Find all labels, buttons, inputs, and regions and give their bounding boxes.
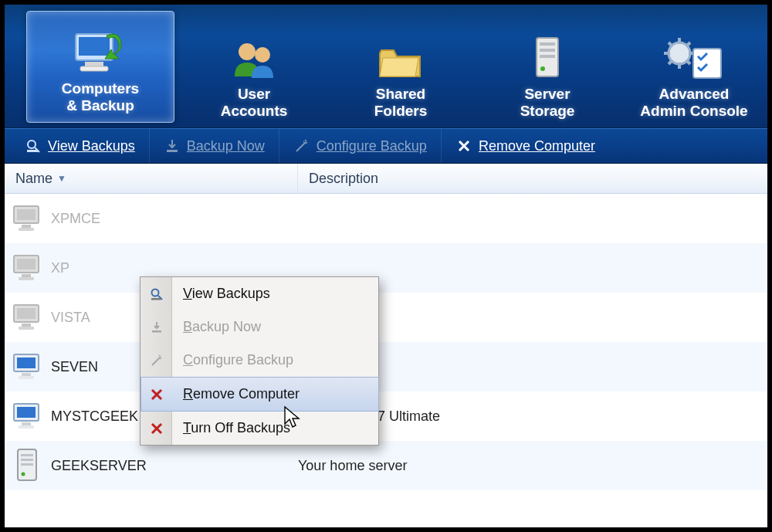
- gear-checklist-icon: [659, 29, 729, 83]
- svg-line-16: [669, 42, 672, 46]
- action-configure-backup: Configure Backup: [279, 129, 441, 163]
- server-icon: [513, 29, 582, 83]
- tab-server-storage[interactable]: Server Storage: [474, 14, 621, 127]
- svg-rect-52: [151, 298, 161, 300]
- svg-rect-2: [85, 62, 103, 66]
- close-icon: [149, 387, 164, 402]
- menu-view-backups[interactable]: View Backups: [172, 277, 378, 310]
- menu-label: Turn Off Backups: [183, 420, 290, 436]
- svg-rect-30: [17, 259, 36, 269]
- tab-label: Folders: [374, 103, 428, 120]
- svg-rect-47: [21, 459, 33, 461]
- svg-rect-48: [21, 463, 33, 466]
- menu-remove-computer[interactable]: Remove Computer: [141, 377, 379, 412]
- svg-rect-3: [80, 66, 108, 71]
- users-icon: [219, 29, 289, 83]
- tab-label: Server: [524, 86, 570, 103]
- svg-rect-36: [19, 327, 34, 330]
- svg-point-10: [540, 66, 545, 71]
- svg-rect-7: [540, 42, 555, 46]
- action-backup-now: Backup Now: [149, 129, 279, 163]
- tab-shared-folders[interactable]: Shared Folders: [327, 14, 474, 127]
- monitor-on-icon: [5, 351, 51, 382]
- svg-rect-34: [17, 308, 36, 319]
- svg-rect-8: [540, 49, 555, 52]
- action-label: Configure Backup: [317, 138, 427, 154]
- action-view-backups[interactable]: View Backups: [11, 129, 149, 163]
- monitor-off-icon: [5, 252, 51, 283]
- svg-rect-31: [22, 274, 31, 277]
- tab-label: Computers: [62, 80, 139, 97]
- svg-point-49: [22, 473, 25, 476]
- svg-rect-42: [17, 407, 36, 418]
- column-label: Name: [15, 171, 52, 187]
- menu-backup-now: Backup Now: [172, 310, 378, 344]
- svg-line-18: [669, 60, 672, 64]
- download-icon: [149, 320, 164, 335]
- svg-rect-46: [21, 454, 33, 456]
- tab-label: User: [238, 86, 270, 103]
- svg-point-4: [239, 43, 256, 60]
- computer-list: XPMCE XP: [5, 194, 767, 490]
- svg-rect-38: [17, 357, 36, 368]
- svg-point-21: [28, 141, 36, 148]
- list-item[interactable]: SEVEN: [5, 342, 767, 391]
- menu-turn-off-backups[interactable]: Turn Off Backups: [172, 412, 378, 445]
- column-header-row: Name ▼ Description: [5, 164, 767, 194]
- tab-label: Shared: [376, 86, 425, 103]
- folder-icon: [366, 29, 435, 83]
- svg-rect-23: [27, 150, 38, 152]
- action-remove-computer[interactable]: Remove Computer: [441, 129, 609, 163]
- svg-rect-40: [19, 376, 34, 379]
- svg-rect-44: [19, 425, 34, 429]
- tab-label: Accounts: [221, 103, 288, 120]
- svg-point-50: [152, 289, 159, 296]
- close-icon: [455, 137, 472, 154]
- svg-rect-24: [167, 150, 178, 152]
- menu-label: Backup Now: [183, 319, 261, 335]
- list-item[interactable]: XPMCE: [5, 194, 767, 243]
- tab-label: Storage: [520, 103, 575, 120]
- wand-icon: [149, 353, 164, 368]
- download-icon: [164, 137, 181, 154]
- svg-rect-35: [22, 324, 31, 327]
- tab-label: & Backup: [66, 97, 134, 114]
- ribbon: Computers & Backup User Accounts: [5, 5, 767, 128]
- menu-label: Remove Computer: [183, 386, 300, 402]
- column-label: Description: [309, 171, 378, 187]
- row-name: GEEKSERVER: [51, 458, 298, 474]
- column-header-name[interactable]: Name ▼: [5, 164, 298, 193]
- monitor-off-icon: [5, 203, 51, 234]
- context-menu: View Backups Backup Now: [140, 276, 379, 446]
- list-item[interactable]: GEEKSERVER Your home server: [5, 441, 767, 490]
- action-label: Backup Now: [187, 138, 265, 154]
- action-label: View Backups: [48, 138, 135, 154]
- menu-label: Configure Backup: [183, 352, 293, 368]
- action-bar: View Backups Backup Now Configure Backup: [5, 128, 767, 164]
- svg-rect-26: [17, 209, 36, 220]
- wand-icon: [293, 137, 310, 154]
- svg-rect-27: [22, 225, 31, 228]
- tab-admin-console[interactable]: Advanced Admin Console: [621, 14, 767, 127]
- svg-rect-39: [22, 373, 31, 376]
- list-item[interactable]: XP: [5, 243, 767, 293]
- list-item[interactable]: VISTA: [5, 293, 767, 342]
- close-icon: [149, 421, 164, 436]
- svg-rect-20: [693, 49, 721, 78]
- svg-rect-9: [540, 55, 555, 58]
- svg-rect-53: [152, 330, 161, 333]
- tab-computers-backup[interactable]: Computers & Backup: [26, 11, 174, 123]
- tab-label: Admin Console: [640, 103, 747, 120]
- computer-backup-icon: [66, 23, 135, 77]
- column-header-description[interactable]: Description: [298, 164, 767, 193]
- menu-configure-backup: Configure Backup: [172, 344, 378, 377]
- sort-indicator-icon: ▼: [57, 173, 66, 184]
- row-name: XP: [51, 260, 298, 276]
- svg-rect-28: [19, 228, 34, 231]
- svg-line-19: [686, 42, 690, 46]
- action-label: Remove Computer: [479, 138, 595, 154]
- tab-user-accounts[interactable]: User Accounts: [181, 14, 327, 127]
- list-item[interactable]: MYSTCGEEK oft Windows 7 Ultimate: [5, 391, 767, 441]
- monitor-off-icon: [5, 302, 51, 333]
- whs-console-window: Computers & Backup User Accounts: [0, 0, 772, 532]
